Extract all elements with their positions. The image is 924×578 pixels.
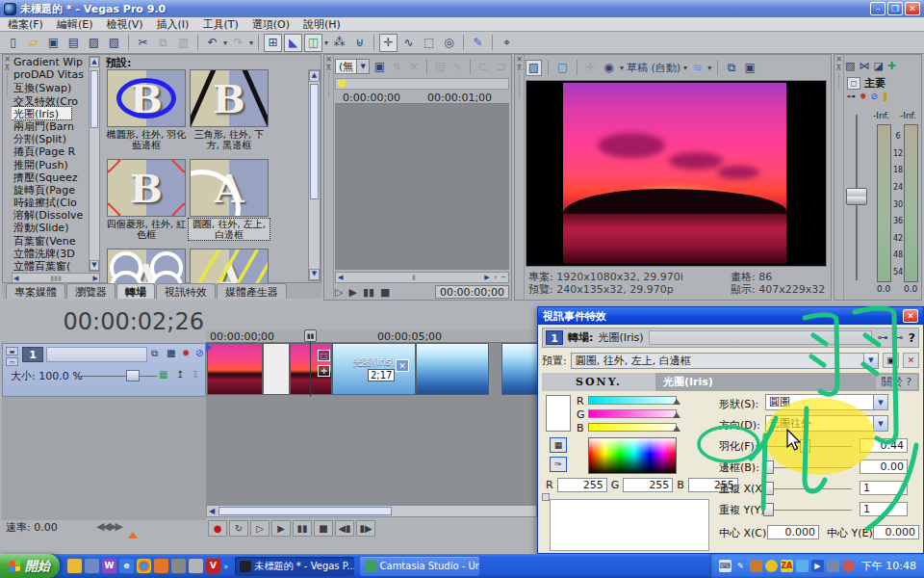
new-project-icon[interactable]: ▯ bbox=[4, 34, 22, 52]
preset-thumbnail-triangle-out-bottom[interactable]: B bbox=[190, 69, 269, 127]
preview-panel-grip[interactable]: ✕⊼┆┆┆ bbox=[515, 55, 525, 300]
list-item[interactable]: 旋轉頁(Page bbox=[12, 183, 89, 196]
preset-thumbnail-ellipse-out-feather[interactable]: B bbox=[107, 69, 186, 127]
lock-envelopes-icon[interactable]: ⁂ bbox=[330, 34, 348, 52]
auto-crossfade-icon[interactable]: ◣ bbox=[284, 34, 302, 52]
list-item[interactable]: 立體洗牌(3D bbox=[12, 247, 89, 259]
menu-file[interactable]: 檔案(F) bbox=[8, 17, 43, 32]
play-icon[interactable]: ▶ bbox=[348, 286, 356, 299]
repeat-x-value-field[interactable]: 1 bbox=[860, 481, 908, 495]
mixer-properties-icon[interactable]: ▨ bbox=[845, 60, 855, 72]
repeat-x-slider-track[interactable] bbox=[767, 488, 852, 489]
fx-dialog-close-icon[interactable]: ✕ bbox=[903, 309, 918, 323]
camera-icon[interactable] bbox=[189, 559, 203, 573]
fx-chain-field[interactable] bbox=[649, 330, 873, 345]
list-item[interactable]: proDAD Vitas bbox=[12, 68, 89, 81]
child-down-icon[interactable]: ↧ bbox=[192, 369, 199, 380]
menu-options[interactable]: 選項(O) bbox=[252, 17, 290, 32]
transition-list-hscrollbar[interactable]: ◀▮▮▮▶ bbox=[12, 273, 100, 283]
language-bar-pen-icon[interactable]: ✎ bbox=[734, 560, 747, 572]
go-to-end-icon[interactable]: ▮▶ bbox=[356, 520, 375, 537]
scroll-up-icon[interactable]: ▲ bbox=[309, 70, 320, 82]
trimmer-media-combo[interactable]: (無 ▼ bbox=[335, 59, 370, 74]
preset-thumbnail-four-diamonds-red[interactable]: B bbox=[107, 159, 186, 217]
envelope-tool-icon[interactable]: ∿ bbox=[399, 34, 418, 52]
firefox-icon[interactable] bbox=[154, 559, 168, 573]
quality-dropdown-arrow2[interactable]: ▾ bbox=[683, 64, 687, 72]
tab-video-fx[interactable]: 視訊特效 bbox=[156, 283, 216, 299]
menu-help[interactable]: 說明(H) bbox=[303, 17, 341, 32]
track-mute-icon[interactable]: ⊘ bbox=[195, 348, 203, 358]
transition-list-scrollbar[interactable]: ▲ ▼ bbox=[89, 56, 100, 272]
preview-quality-icon[interactable]: ◉ bbox=[601, 60, 617, 76]
trimmer-marker-bar[interactable] bbox=[335, 78, 509, 90]
preset-grid-scrollbar[interactable]: ▲ ▼ bbox=[308, 69, 321, 281]
network-tray-icon[interactable] bbox=[827, 560, 839, 572]
menu-tools[interactable]: 工具(T) bbox=[202, 17, 238, 32]
border-slider-track[interactable] bbox=[767, 467, 852, 468]
split-dropdown-arrow[interactable]: ▾ bbox=[707, 64, 711, 72]
open-icon[interactable]: ▱ bbox=[24, 34, 42, 52]
tray-icon-1[interactable] bbox=[750, 560, 762, 572]
timeline-transition-region[interactable]: 光圈(Iris) 2;17 ✕ bbox=[332, 343, 416, 395]
parent-up-icon[interactable]: ↥ bbox=[176, 369, 184, 380]
marker-flag-icon[interactable] bbox=[338, 80, 346, 89]
list-item[interactable]: 互換(Swap) bbox=[12, 81, 89, 93]
trimmer-ruler[interactable]: 0:00:00;00 00:00:01;00 bbox=[335, 91, 509, 104]
close-button[interactable]: ✕ bbox=[905, 2, 920, 15]
timeline-empty-area[interactable] bbox=[206, 397, 539, 505]
folder-icon[interactable] bbox=[67, 559, 82, 573]
chevron-down-icon[interactable]: ▼ bbox=[356, 60, 369, 73]
blue-slider-handle[interactable] bbox=[673, 426, 680, 432]
render-as-icon[interactable]: ▤ bbox=[64, 34, 83, 52]
fx-dialog-titlebar[interactable]: 視訊事件特效 ✕ bbox=[538, 307, 923, 325]
list-item[interactable]: 兩扇門(Barn bbox=[12, 119, 89, 132]
preset-item[interactable]: A 四個圓圈, 往外, 白 bbox=[106, 249, 187, 283]
track-fx-icon[interactable]: ▩ bbox=[167, 348, 175, 358]
tab-explorer[interactable]: 瀏覽器 bbox=[66, 283, 116, 299]
scrub-control[interactable]: ◀◀▶▶ bbox=[96, 520, 121, 533]
bypass-motion-blur-icon[interactable]: ⧉ bbox=[151, 348, 158, 359]
open-in-audio-editor-icon[interactable]: ⊏ bbox=[475, 58, 491, 76]
solo-icon[interactable]: ❚ bbox=[882, 92, 889, 101]
project-properties-icon[interactable]: ▨ bbox=[526, 60, 542, 76]
remove-plugin-icon[interactable]: ⊷ bbox=[892, 331, 903, 344]
video-track-header[interactable]: ▬ ▭ 1 ⧉ ▩ ✹ ⊘ 大小: 100.0 % ▦ ↥ ↧ bbox=[2, 343, 206, 397]
tab-media-generators[interactable]: 媒體產生器 bbox=[217, 283, 287, 299]
scrollbar-thumb[interactable] bbox=[218, 507, 392, 515]
preset-thumbnail-circle-out-topleft-white[interactable]: A bbox=[190, 159, 269, 217]
direction-combo[interactable]: 光圈往外 ▼ bbox=[765, 415, 888, 432]
feather-value-field[interactable]: 0.44 bbox=[860, 438, 908, 453]
publish-icon[interactable]: ▧ bbox=[105, 34, 123, 52]
bus-minimize-icon[interactable]: ◻ bbox=[847, 77, 860, 90]
list-item[interactable]: 時鐘擦拭(Clo bbox=[12, 196, 89, 208]
crossfade-icon[interactable]: ✕ bbox=[396, 359, 409, 372]
timeline-clip-mountains-1[interactable] bbox=[416, 343, 489, 395]
quality-dropdown-arrow[interactable]: ▾ bbox=[620, 64, 624, 72]
whats-this-help-icon[interactable]: ⌖ bbox=[498, 34, 516, 52]
scroll-down-icon[interactable]: ▼ bbox=[90, 260, 99, 271]
selected-color-swatch[interactable] bbox=[546, 395, 571, 432]
pause-icon[interactable]: ▮▮ bbox=[363, 286, 374, 299]
list-item[interactable]: Gradient Wip bbox=[12, 56, 89, 68]
center-y-field[interactable]: 0.000 bbox=[873, 525, 919, 539]
preview-quality-label[interactable]: 草稿 (自動) bbox=[627, 61, 680, 75]
remove-media-icon[interactable]: ✕ bbox=[406, 58, 422, 76]
preset-thumbnail-nine-diamonds-yellow[interactable]: A bbox=[190, 249, 269, 283]
media-player-tray-icon[interactable]: ▶ bbox=[811, 560, 824, 572]
preset-item-selected[interactable]: A 圓圈, 往外, 左上, 白邊框 bbox=[189, 159, 270, 240]
play-from-start-icon[interactable]: ▷ bbox=[250, 520, 270, 537]
scroll-up-icon[interactable]: ▲ bbox=[90, 57, 99, 67]
r-value-field[interactable]: 255 bbox=[557, 478, 607, 492]
repeat-x-slider-handle[interactable] bbox=[763, 482, 774, 495]
keyframe-area[interactable] bbox=[550, 499, 709, 551]
tray-icon-2[interactable] bbox=[765, 560, 778, 572]
messenger-icon[interactable] bbox=[171, 559, 186, 573]
track-size-slider-handle[interactable] bbox=[126, 370, 140, 381]
redo-icon[interactable]: ↷ bbox=[229, 34, 247, 52]
trimmer-panel-grip[interactable]: ✕⊼┆┆┆ bbox=[324, 55, 334, 300]
fx-preset-combo[interactable]: 圓圈, 往外, 左上, 白邊框 ▼ bbox=[571, 353, 879, 369]
properties-icon[interactable]: ▨ bbox=[85, 34, 103, 52]
create-subclip-icon[interactable]: ↯ bbox=[389, 58, 404, 76]
video-track-lane[interactable]: ⬚ ✛ 光圈(Iris) 2;17 ✕ bbox=[206, 343, 539, 397]
